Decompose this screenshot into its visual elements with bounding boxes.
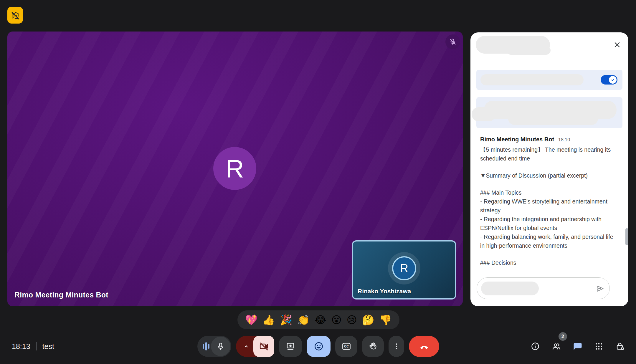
reaction-thinking[interactable]: 🤔 xyxy=(362,315,374,325)
panel-controls: 2 xyxy=(528,336,627,357)
reaction-party-popper[interactable]: 🎉 xyxy=(280,315,292,325)
message-paragraph: ▼Summary of Discussion (partial excerpt) xyxy=(480,171,619,180)
more-options-button[interactable] xyxy=(389,336,404,357)
present-screen-icon xyxy=(285,341,295,351)
present-screen-button[interactable] xyxy=(279,336,302,357)
chat-message-header: Rimo Meeting Minutes Bot 18:10 xyxy=(480,136,619,143)
chat-notice-row xyxy=(476,97,622,128)
reaction-surprised[interactable]: 😮 xyxy=(331,315,341,325)
captions-button[interactable]: CC xyxy=(335,336,357,357)
camera-button xyxy=(236,336,274,357)
companion-mode-button[interactable] xyxy=(7,7,23,24)
check-icon xyxy=(610,77,615,82)
reaction-thumbs-down[interactable]: 👎 xyxy=(379,315,391,325)
raise-hand-icon xyxy=(368,341,378,351)
redacted-panel-title xyxy=(506,46,551,55)
meeting-name: test xyxy=(42,342,54,351)
avatar-halo: R xyxy=(388,252,420,284)
message-paragraph: 【5 minutes remaining】 The meeting is nea… xyxy=(480,145,619,163)
chat-panel: Rimo Meeting Minutes Bot 18:10 【5 minute… xyxy=(470,32,628,306)
divider xyxy=(36,342,37,350)
message-time: 18:10 xyxy=(558,137,570,143)
companion-off-icon xyxy=(11,11,20,20)
more-vert-icon xyxy=(393,342,400,351)
avatar: R xyxy=(392,256,416,280)
participant-name-label: Rimo Meeting Minutes Bot xyxy=(14,291,108,299)
reaction-thumbs-up[interactable]: 👍 xyxy=(262,315,275,325)
pip-video-tile[interactable]: R Rinako Yoshizawa xyxy=(352,240,456,300)
meeting-info: 18:13 test xyxy=(12,336,54,357)
clock: 18:13 xyxy=(12,342,30,351)
meet-window: R Rimo Meeting Minutes Bot R Rinako Yosh… xyxy=(0,0,636,364)
people-icon xyxy=(551,341,561,351)
reactions-bar: 💖 👍 🎉 👏 😂 😮 😢 🤔 👎 xyxy=(237,310,399,329)
captions-icon: CC xyxy=(341,341,352,352)
host-controls-lock-icon xyxy=(615,341,625,351)
chat-message: Rimo Meeting Minutes Bot 18:10 【5 minute… xyxy=(480,136,619,267)
activities-button[interactable] xyxy=(592,336,606,357)
reaction-crying[interactable]: 😢 xyxy=(346,315,357,325)
send-icon[interactable] xyxy=(595,284,605,293)
chat-toggle-row xyxy=(476,70,622,90)
host-controls-button[interactable] xyxy=(613,336,627,357)
info-icon xyxy=(531,342,540,351)
message-sender: Rimo Meeting Minutes Bot xyxy=(480,136,554,143)
participants-count-badge: 2 xyxy=(559,332,567,341)
redacted-input-placeholder xyxy=(481,282,539,295)
apps-grid-icon xyxy=(594,342,603,351)
chevron-up-icon xyxy=(243,343,250,350)
participant-name-label: Rinako Yoshizawa xyxy=(358,288,411,295)
chat-permission-toggle[interactable] xyxy=(601,75,617,85)
avatar: R xyxy=(213,147,256,190)
mic-icon[interactable] xyxy=(211,337,230,356)
message-paragraph: ### Main Topics - Regarding WWE's storyt… xyxy=(480,188,619,250)
reactions-button[interactable] xyxy=(307,336,331,357)
chat-scrollbar-thumb[interactable] xyxy=(625,228,628,245)
mic-muted-badge xyxy=(445,34,460,49)
camera-off-icon[interactable] xyxy=(253,336,274,357)
toggle-knob xyxy=(609,76,617,84)
redacted-notice-text xyxy=(472,107,496,121)
message-paragraph: ### Decisions xyxy=(480,258,619,267)
end-call-icon xyxy=(418,340,430,352)
avatar-letter: R xyxy=(226,154,244,183)
microphone-button[interactable] xyxy=(197,336,231,357)
chat-bubble-icon xyxy=(573,341,583,351)
call-controls: CC xyxy=(197,336,439,357)
chat-message-input[interactable] xyxy=(477,277,610,299)
main-video-tile[interactable]: R Rimo Meeting Minutes Bot R Rinako Yosh… xyxy=(7,32,463,306)
end-call-button[interactable] xyxy=(409,336,439,357)
svg-text:CC: CC xyxy=(344,345,348,348)
reaction-sparkling-heart[interactable]: 💖 xyxy=(245,315,257,325)
avatar-letter: R xyxy=(400,262,408,275)
smiley-icon xyxy=(313,341,324,352)
participants-button[interactable]: 2 xyxy=(549,336,564,357)
close-icon[interactable] xyxy=(612,40,622,49)
redacted-notice-text xyxy=(508,112,598,125)
meeting-details-button[interactable] xyxy=(528,336,542,357)
chat-button[interactable] xyxy=(571,336,585,357)
reaction-joy[interactable]: 😂 xyxy=(315,315,326,325)
raise-hand-button[interactable] xyxy=(362,336,384,357)
redacted-toggle-label xyxy=(480,74,584,85)
reaction-clapping-hands[interactable]: 👏 xyxy=(297,315,310,325)
audio-waveform-icon xyxy=(202,341,210,351)
